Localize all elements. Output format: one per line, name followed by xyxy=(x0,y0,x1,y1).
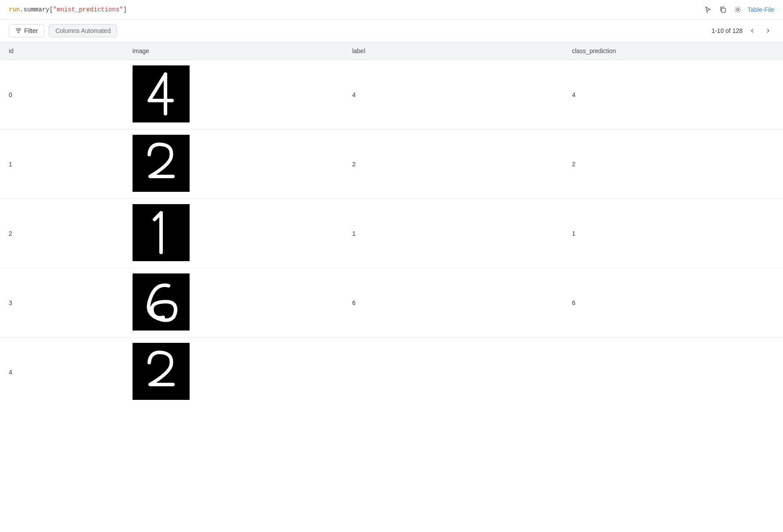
cell-label xyxy=(343,338,563,407)
toolbar-left: Filter Columns Automated xyxy=(9,24,117,37)
filter-label: Filter xyxy=(24,27,38,34)
cell-prediction: 1 xyxy=(563,199,783,268)
columns-button[interactable]: Columns Automated xyxy=(49,24,117,37)
table-row: 2 11 xyxy=(0,199,783,268)
filter-icon xyxy=(15,28,22,34)
mnist-image xyxy=(133,273,190,331)
gear-icon xyxy=(734,6,741,13)
toolbar: Filter Columns Automated 1-10 of 128 xyxy=(0,20,783,42)
col-header-label: label xyxy=(343,42,563,60)
mnist-image xyxy=(133,204,190,261)
mnist-image xyxy=(133,343,190,400)
chevron-right-icon xyxy=(765,27,772,34)
table-row: 4 xyxy=(0,338,783,407)
cell-id: 1 xyxy=(0,129,124,199)
top-actions: Table-File xyxy=(703,4,774,15)
table-body: 0 441 222 113 664 xyxy=(0,60,783,407)
code-method: .summary xyxy=(20,6,49,13)
cell-image xyxy=(124,199,344,268)
code-obj: run xyxy=(9,6,20,13)
copy-button[interactable] xyxy=(718,4,728,15)
prev-page-button[interactable] xyxy=(746,26,758,35)
filter-button[interactable]: Filter xyxy=(9,24,44,37)
col-header-image: image xyxy=(124,42,344,60)
pagination: 1-10 of 128 xyxy=(711,26,774,35)
cell-label: 2 xyxy=(343,129,563,199)
table-row: 3 66 xyxy=(0,268,783,338)
top-bar: run.summary["mnist_predictions"] Table-F… xyxy=(0,0,783,20)
mnist-image xyxy=(133,65,190,122)
page-range: 1-10 of 128 xyxy=(711,27,743,34)
gear-button[interactable] xyxy=(733,4,743,15)
svg-rect-0 xyxy=(722,8,726,12)
data-table: id image label class_prediction 0 441 22… xyxy=(0,42,783,406)
svg-point-1 xyxy=(737,9,739,11)
cell-image xyxy=(124,60,344,129)
cell-prediction xyxy=(563,338,783,407)
cursor-button[interactable] xyxy=(703,4,713,15)
table-file-button[interactable]: Table-File xyxy=(747,6,774,13)
cell-prediction: 2 xyxy=(563,129,783,199)
cell-image xyxy=(124,268,344,338)
cell-image xyxy=(124,129,344,199)
header-row: id image label class_prediction xyxy=(0,42,783,60)
code-key: "mnist_predictions" xyxy=(53,6,123,13)
table-row: 0 44 xyxy=(0,60,783,129)
cell-prediction: 4 xyxy=(563,60,783,129)
cursor-icon xyxy=(704,6,711,13)
cell-label: 1 xyxy=(343,199,563,268)
cell-label: 4 xyxy=(343,60,563,129)
mnist-image xyxy=(133,135,190,192)
columns-label: Columns Automated xyxy=(55,27,111,34)
chevron-left-icon xyxy=(749,27,756,34)
cell-image xyxy=(124,338,344,407)
table-row: 1 22 xyxy=(0,129,783,199)
cell-id: 0 xyxy=(0,60,124,129)
code-bracket: [ xyxy=(49,6,53,13)
table-file-label: Table-File xyxy=(747,6,774,13)
code-bracket-close: ] xyxy=(123,6,126,13)
col-header-id: id xyxy=(0,42,124,60)
cell-id: 2 xyxy=(0,199,124,268)
next-page-button[interactable] xyxy=(762,26,774,35)
copy-icon xyxy=(719,6,726,13)
col-header-prediction: class_prediction xyxy=(563,42,783,60)
code-title: run.summary["mnist_predictions"] xyxy=(9,6,127,13)
cell-id: 4 xyxy=(0,338,124,407)
cell-prediction: 6 xyxy=(563,268,783,338)
cell-label: 6 xyxy=(343,268,563,338)
cell-id: 3 xyxy=(0,268,124,338)
table-header: id image label class_prediction xyxy=(0,42,783,60)
